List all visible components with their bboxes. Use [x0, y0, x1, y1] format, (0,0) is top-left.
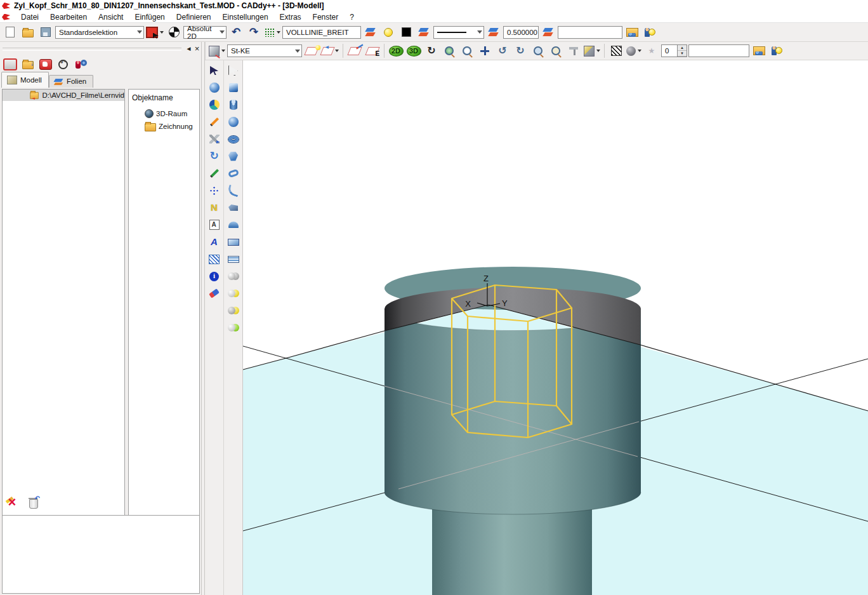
bulb-button[interactable] — [380, 24, 397, 41]
rotate-left-button[interactable] — [494, 43, 511, 59]
plane-edit-button[interactable] — [346, 43, 363, 59]
box-tool-button[interactable] — [225, 234, 242, 250]
group-folder-button[interactable] — [751, 43, 767, 59]
construction-points-button[interactable] — [206, 182, 223, 199]
bool-subtract-button[interactable] — [225, 285, 242, 302]
history-button[interactable] — [55, 57, 71, 72]
folder-import-button[interactable] — [20, 57, 36, 72]
spinner-down-icon[interactable]: ▼ — [678, 51, 687, 57]
coordinate-mode-combo[interactable]: Absolut 2D — [183, 26, 227, 39]
shaded-cube-button[interactable] — [583, 43, 601, 59]
solid-cylinder-button[interactable] — [225, 97, 242, 113]
trash-button[interactable] — [25, 495, 42, 511]
menu-einfgen[interactable]: Einfügen — [129, 12, 170, 22]
menu-bearbeiten[interactable]: Bearbeiten — [44, 12, 93, 22]
cursor-white-button[interactable] — [225, 62, 242, 79]
measure-tool-button[interactable] — [206, 217, 223, 233]
text-tool-button[interactable] — [206, 234, 223, 250]
dock-collapse-button[interactable]: ◄ — [185, 44, 193, 53]
dock-close-button[interactable]: × — [193, 44, 201, 53]
plane-element-button[interactable] — [364, 43, 381, 59]
object-item-zeichnung[interactable]: Zeichnung — [132, 120, 199, 133]
dimension-tool-button[interactable] — [206, 199, 223, 216]
panel-hand-button[interactable] — [37, 57, 53, 72]
workplane-combo[interactable]: St-KE — [227, 44, 302, 57]
bool-intersect-button[interactable] — [225, 302, 242, 319]
info-tool-button[interactable] — [206, 268, 223, 284]
swap-arrows-button[interactable] — [206, 148, 223, 164]
layer-color-button[interactable] — [416, 24, 432, 41]
hatch-tool-button[interactable] — [206, 251, 223, 267]
modify-tools-button[interactable] — [206, 131, 223, 147]
rotate-right-button[interactable] — [512, 43, 529, 59]
sphere-tool-button[interactable] — [206, 79, 223, 96]
tab-folien[interactable]: Folien — [49, 75, 93, 88]
plane-light-button[interactable] — [303, 43, 320, 59]
zoom-solid-button[interactable] — [441, 43, 457, 59]
pan-button[interactable] — [477, 43, 493, 59]
group-bulb-button[interactable] — [768, 43, 785, 59]
group-folder-button[interactable] — [624, 24, 640, 41]
linestyle-combo[interactable] — [433, 26, 484, 39]
zoom-window-button[interactable] — [459, 43, 475, 59]
message-panel[interactable] — [2, 515, 200, 594]
grid-snap-button[interactable] — [263, 24, 281, 41]
save-button[interactable] — [37, 24, 54, 41]
pencil-orange-button[interactable] — [206, 114, 223, 130]
section-button[interactable] — [565, 43, 582, 59]
menu-fenster[interactable]: Fenster — [307, 12, 345, 22]
counter-spinner[interactable]: 0▲▼ — [661, 44, 687, 57]
extrude-tool-button[interactable] — [225, 199, 242, 216]
menu-?[interactable]: ? — [344, 12, 360, 22]
undo-button[interactable] — [228, 24, 244, 41]
sweep-tool-button[interactable] — [225, 182, 242, 199]
menu-datei[interactable]: Datei — [15, 12, 44, 22]
selection-mode-combo[interactable]: Standardselektion — [55, 26, 144, 39]
linewidth-field[interactable]: 0.500000 — [503, 26, 539, 39]
bool-union-button[interactable] — [225, 268, 242, 284]
attribute-field[interactable] — [558, 26, 622, 39]
view-2d-button-button[interactable]: 2D — [388, 43, 404, 59]
view-3d-button-button[interactable]: 3D — [405, 43, 422, 59]
linetype-field[interactable]: VOLLLINIE_BREIT — [282, 26, 361, 39]
origin-target-button[interactable] — [166, 24, 182, 41]
render-mode-button[interactable] — [626, 43, 642, 59]
dome-tool-button[interactable] — [225, 217, 242, 233]
tab-modell[interactable]: Modell — [1, 72, 49, 88]
menu-definieren[interactable]: Definieren — [171, 12, 217, 22]
slab-tool-button[interactable] — [225, 251, 242, 267]
select-arrow-button[interactable] — [206, 62, 223, 79]
doc-new-button[interactable] — [2, 24, 18, 41]
bool-common-button[interactable] — [225, 319, 242, 336]
folder-open-button[interactable] — [20, 24, 36, 41]
delete-x-button[interactable] — [4, 495, 20, 511]
layer-width-button[interactable] — [540, 24, 556, 41]
color-swatch-black-button[interactable] — [398, 24, 414, 41]
solid-torus-button[interactable] — [225, 131, 242, 147]
workplane-cube-button[interactable] — [208, 43, 226, 59]
hatch-display-button[interactable] — [608, 43, 624, 59]
eraser-tool-button[interactable] — [206, 285, 223, 302]
zoom-fit-button[interactable] — [530, 43, 546, 59]
solid-sphere-button[interactable] — [225, 114, 242, 130]
menu-einstellungen[interactable]: Einstellungen — [217, 12, 274, 22]
menu-extras[interactable]: Extras — [274, 12, 307, 22]
group-bulb-button[interactable] — [641, 24, 658, 41]
solid-slot-button[interactable] — [225, 165, 242, 182]
spinner-up-icon[interactable]: ▲ — [678, 45, 687, 51]
viewport-3d[interactable]: Z X Y — [243, 60, 868, 595]
star-button[interactable] — [643, 43, 660, 59]
zoom-prev-button[interactable] — [548, 43, 564, 59]
solid-hexprism-button[interactable] — [225, 148, 242, 164]
plane-views-button[interactable] — [321, 43, 339, 59]
users-gear-button[interactable] — [73, 57, 89, 72]
panel-display-button[interactable] — [2, 57, 18, 72]
counter-spinner-value[interactable]: 0 — [661, 44, 678, 57]
layer-assign-button[interactable] — [362, 24, 379, 41]
tree-item-selected[interactable]: D:\AVCHD_Filme\Lernvid — [3, 90, 124, 101]
dock-grip[interactable] — [3, 48, 181, 51]
pencil-green-button[interactable] — [206, 165, 223, 182]
orbit-tool-button[interactable] — [206, 97, 223, 113]
solid-cube-button[interactable] — [225, 79, 242, 96]
layer-linestyle-button[interactable] — [485, 24, 502, 41]
